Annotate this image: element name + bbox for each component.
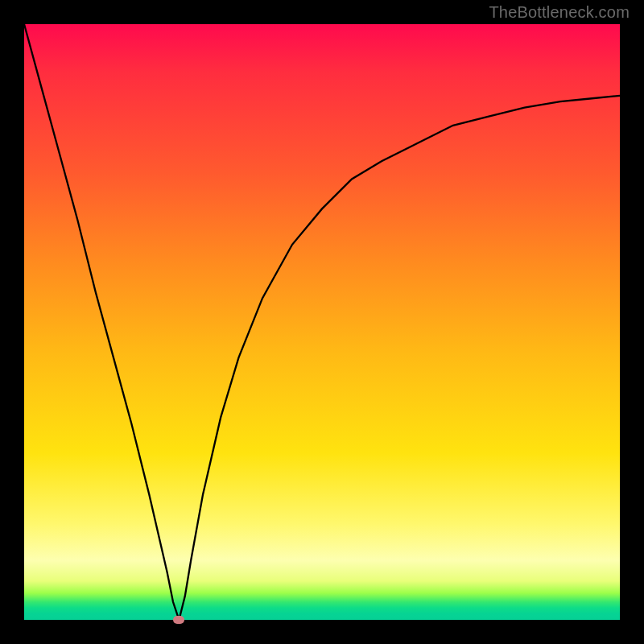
watermark-text: TheBottleneck.com <box>489 3 630 22</box>
plot-area <box>24 24 620 620</box>
optimal-point-marker <box>173 616 184 624</box>
chart-frame: TheBottleneck.com <box>0 0 644 644</box>
bottleneck-curve <box>24 24 620 620</box>
curve-path <box>24 24 620 620</box>
